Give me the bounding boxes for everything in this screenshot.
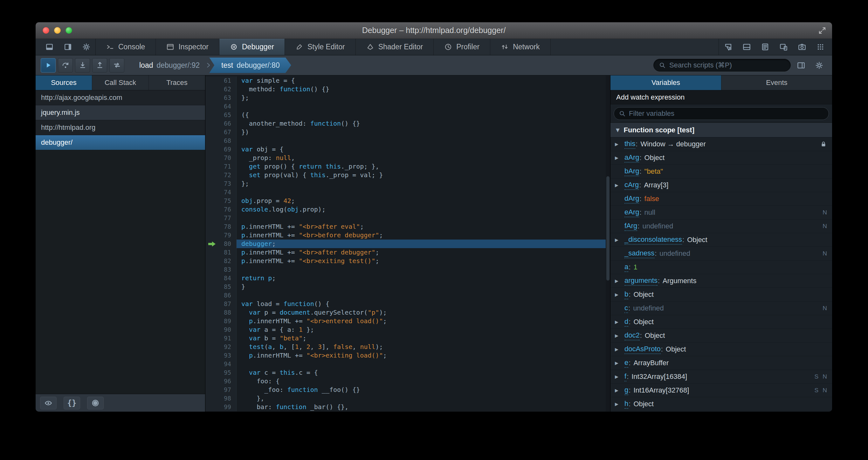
line-number[interactable]: 91 xyxy=(206,334,237,343)
code-line-67[interactable]: 67}) xyxy=(206,128,610,137)
source-item-debugger[interactable]: debugger/ xyxy=(36,135,205,150)
line-number[interactable]: 79 xyxy=(206,231,237,239)
variable-row-a[interactable]: ▶a:1 xyxy=(611,261,832,274)
line-number[interactable]: 80 xyxy=(206,239,237,248)
step-over-button[interactable] xyxy=(58,58,73,73)
dock-toolbox-bottom-button[interactable] xyxy=(40,39,59,55)
zoom-button[interactable] xyxy=(65,27,72,34)
tab-shader-editor[interactable]: Shader Editor xyxy=(356,39,434,55)
code-line-66[interactable]: 66 another_method: function() {} xyxy=(206,119,610,128)
code-line-71[interactable]: 71 get prop() { return this._prop; }, xyxy=(206,162,610,171)
line-number[interactable]: 66 xyxy=(206,119,237,128)
scrollbar-thumb[interactable] xyxy=(606,176,610,281)
blackbox-source-button[interactable] xyxy=(40,397,57,409)
filter-variables-input[interactable] xyxy=(629,109,824,118)
code-line-99[interactable]: 99 bar: function _bar() {}, xyxy=(206,403,610,411)
variable-row-doc2[interactable]: ▶doc2:Object xyxy=(611,329,832,343)
code-line-84[interactable]: 84return p; xyxy=(206,274,610,283)
toolbox-options-button[interactable] xyxy=(77,39,95,55)
app-manager-button[interactable] xyxy=(811,39,830,55)
code-line-82[interactable]: 82p.innerHTML += "<br>exiting test()"; xyxy=(206,257,610,265)
variable-row-d[interactable]: ▶d:Object xyxy=(611,315,832,329)
code-line-77[interactable]: 77 xyxy=(206,214,610,222)
pause-on-exceptions-button[interactable] xyxy=(87,397,104,409)
code-line-75[interactable]: 75obj.prop = 42; xyxy=(206,197,610,205)
expand-arrow-icon[interactable]: ▶ xyxy=(615,401,624,407)
code-line-62[interactable]: 62 method: function() {} xyxy=(206,85,610,93)
step-in-button[interactable] xyxy=(75,58,90,73)
code-line-63[interactable]: 63}; xyxy=(206,93,610,102)
expand-arrow-icon[interactable]: ▶ xyxy=(615,292,624,297)
toggle-panes-button[interactable] xyxy=(793,58,809,73)
variable-row-this[interactable]: ▶this:Window → debugger xyxy=(611,138,832,151)
expand-arrow-icon[interactable]: ▶ xyxy=(615,388,624,393)
code-line-98[interactable]: 98 }, xyxy=(206,394,610,403)
tracer-button[interactable] xyxy=(110,58,124,73)
responsive-mode-button[interactable] xyxy=(774,39,793,55)
line-number[interactable]: 65 xyxy=(206,111,237,119)
source-item-jquery-min-js[interactable]: jquery.min.js xyxy=(36,105,205,120)
line-number[interactable]: 75 xyxy=(206,197,237,205)
line-number[interactable]: 78 xyxy=(206,222,237,231)
line-number[interactable]: 70 xyxy=(206,154,237,162)
code-line-72[interactable]: 72 set prop(val) { this._prop = val; } xyxy=(206,171,610,179)
line-number[interactable]: 69 xyxy=(206,145,237,154)
line-number[interactable]: 77 xyxy=(206,214,237,222)
line-number[interactable]: 73 xyxy=(206,179,237,188)
source-item-http-ajax-googleapis-com[interactable]: http://ajax.googleapis.com xyxy=(36,90,205,105)
variable-row-sadness[interactable]: ▶_sadness:undefinedN xyxy=(611,247,832,261)
code-line-80[interactable]: 80debugger; xyxy=(206,239,610,248)
tab-debugger[interactable]: Debugger xyxy=(219,39,285,55)
breadcrumb-load[interactable]: loaddebugger/:92 xyxy=(133,58,206,73)
variable-row-aarg[interactable]: ▶aArg:Object xyxy=(611,151,832,165)
sources-tab-sources[interactable]: Sources xyxy=(36,76,92,90)
expand-arrow-icon[interactable]: ▶ xyxy=(615,155,624,160)
tab-inspector[interactable]: Inspector xyxy=(156,39,219,55)
expand-arrow-icon[interactable]: ▶ xyxy=(615,319,624,324)
expand-arrow-icon[interactable]: ▶ xyxy=(615,182,624,188)
variables-tab-variables[interactable]: Variables xyxy=(611,76,721,90)
split-console-button[interactable] xyxy=(737,39,756,55)
close-button[interactable] xyxy=(42,27,49,34)
dock-toolbox-side-button[interactable] xyxy=(59,39,77,55)
line-number[interactable]: 85 xyxy=(206,283,237,291)
expand-arrow-icon[interactable]: ▶ xyxy=(615,237,624,242)
variable-row-earg[interactable]: ▶eArg:nullN xyxy=(611,206,832,220)
code-line-61[interactable]: 61var simple = { xyxy=(206,76,610,85)
line-number[interactable]: 76 xyxy=(206,205,237,214)
search-scripts-input[interactable] xyxy=(669,61,785,69)
code-line-97[interactable]: 97 _foo: function __foo() {} xyxy=(206,385,610,394)
minimize-button[interactable] xyxy=(54,27,61,34)
code-line-86[interactable]: 86 xyxy=(206,291,610,300)
line-number[interactable]: 89 xyxy=(206,317,237,325)
code-line-64[interactable]: 64 xyxy=(206,102,610,111)
variable-row-f[interactable]: ▶f:Int32Array[16384]SN xyxy=(611,370,832,384)
variable-row-disconsolateness[interactable]: ▶_disconsolateness:Object xyxy=(611,233,832,247)
variable-row-carg[interactable]: ▶cArg:Array[3] xyxy=(611,178,832,192)
line-number[interactable]: 82 xyxy=(206,257,237,265)
code-line-70[interactable]: 70 _prop: null, xyxy=(206,154,610,162)
variables-tab-events[interactable]: Events xyxy=(721,76,832,90)
code-line-90[interactable]: 90 var a = { a: 1 }; xyxy=(206,325,610,334)
window-resize-icon[interactable] xyxy=(818,26,826,35)
screenshot-button[interactable] xyxy=(793,39,811,55)
code-line-93[interactable]: 93 p.innerHTML += "<br>exiting load()"; xyxy=(206,351,610,360)
line-number[interactable]: 64 xyxy=(206,102,237,111)
expand-arrow-icon[interactable]: ▶ xyxy=(615,142,624,147)
expand-arrow-icon[interactable]: ▶ xyxy=(615,374,624,379)
code-line-83[interactable]: 83 xyxy=(206,265,610,274)
line-number[interactable]: 94 xyxy=(206,360,237,368)
variable-row-c[interactable]: ▶c:undefinedN xyxy=(611,301,832,315)
line-number[interactable]: 61 xyxy=(206,76,237,85)
code-line-95[interactable]: 95 var c = this.c = { xyxy=(206,368,610,377)
code-line-79[interactable]: 79p.innerHTML += "<br>before debugger"; xyxy=(206,231,610,239)
line-number[interactable]: 97 xyxy=(206,385,237,394)
variable-row-arguments[interactable]: ▶arguments:Arguments xyxy=(611,274,832,288)
line-number[interactable]: 95 xyxy=(206,368,237,377)
tab-style-editor[interactable]: Style Editor xyxy=(285,39,356,55)
debugger-options-button[interactable] xyxy=(811,58,827,73)
tab-profiler[interactable]: Profiler xyxy=(434,39,490,55)
code-line-65[interactable]: 65({ xyxy=(206,111,610,119)
step-out-button[interactable] xyxy=(92,58,107,73)
pretty-print-button[interactable]: {} xyxy=(64,397,80,409)
